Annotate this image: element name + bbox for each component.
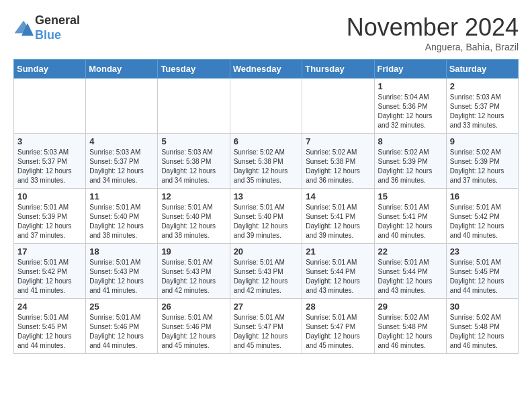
month-title: November 2024	[347, 13, 519, 42]
day-number: 12	[161, 191, 226, 201]
day-info: Sunrise: 5:01 AM Sunset: 5:46 PM Dayligh…	[161, 313, 226, 351]
calendar-cell: 5Sunrise: 5:03 AM Sunset: 5:38 PM Daylig…	[158, 134, 230, 189]
calendar-cell: 11Sunrise: 5:01 AM Sunset: 5:40 PM Dayli…	[86, 189, 158, 244]
weekday-header-row: SundayMondayTuesdayWednesdayThursdayFrid…	[14, 60, 519, 79]
day-number: 23	[450, 246, 515, 257]
calendar-cell: 3Sunrise: 5:03 AM Sunset: 5:37 PM Daylig…	[14, 134, 86, 189]
calendar-cell: 18Sunrise: 5:01 AM Sunset: 5:43 PM Dayli…	[86, 244, 158, 299]
day-info: Sunrise: 5:01 AM Sunset: 5:41 PM Dayligh…	[378, 203, 443, 240]
location: Anguera, Bahia, Brazil	[347, 42, 519, 52]
day-info: Sunrise: 5:01 AM Sunset: 5:43 PM Dayligh…	[234, 258, 299, 295]
day-number: 21	[306, 246, 370, 257]
day-number: 10	[17, 191, 82, 201]
day-number: 29	[378, 302, 443, 312]
calendar-table: SundayMondayTuesdayWednesdayThursdayFrid…	[13, 59, 519, 354]
day-number: 5	[161, 136, 226, 146]
calendar-cell: 16Sunrise: 5:01 AM Sunset: 5:42 PM Dayli…	[446, 189, 518, 244]
day-info: Sunrise: 5:01 AM Sunset: 5:45 PM Dayligh…	[17, 313, 82, 351]
day-info: Sunrise: 5:02 AM Sunset: 5:39 PM Dayligh…	[378, 148, 443, 185]
calendar-cell: 21Sunrise: 5:01 AM Sunset: 5:44 PM Dayli…	[302, 244, 374, 299]
weekday-header-monday: Monday	[86, 60, 158, 79]
calendar-cell: 19Sunrise: 5:01 AM Sunset: 5:43 PM Dayli…	[158, 244, 230, 299]
day-info: Sunrise: 5:04 AM Sunset: 5:36 PM Dayligh…	[378, 93, 443, 130]
calendar-cell: 2Sunrise: 5:03 AM Sunset: 5:37 PM Daylig…	[446, 79, 518, 134]
calendar-cell: 27Sunrise: 5:01 AM Sunset: 5:47 PM Dayli…	[230, 299, 302, 354]
calendar-cell: 14Sunrise: 5:01 AM Sunset: 5:41 PM Dayli…	[302, 189, 374, 244]
day-number: 14	[306, 191, 370, 201]
day-info: Sunrise: 5:01 AM Sunset: 5:43 PM Dayligh…	[161, 258, 226, 295]
day-number: 6	[234, 136, 299, 146]
day-number: 19	[161, 246, 226, 257]
day-number: 16	[450, 191, 515, 201]
calendar-cell	[158, 79, 230, 134]
day-info: Sunrise: 5:01 AM Sunset: 5:42 PM Dayligh…	[17, 258, 82, 295]
calendar-cell: 6Sunrise: 5:02 AM Sunset: 5:38 PM Daylig…	[230, 134, 302, 189]
logo-icon	[13, 18, 34, 38]
day-info: Sunrise: 5:01 AM Sunset: 5:40 PM Dayligh…	[89, 203, 154, 240]
day-info: Sunrise: 5:02 AM Sunset: 5:38 PM Dayligh…	[234, 148, 299, 185]
day-number: 26	[161, 302, 226, 312]
day-info: Sunrise: 5:03 AM Sunset: 5:37 PM Dayligh…	[17, 148, 82, 185]
day-number: 9	[450, 136, 515, 146]
day-info: Sunrise: 5:03 AM Sunset: 5:38 PM Dayligh…	[161, 148, 226, 185]
day-number: 15	[378, 191, 443, 201]
calendar-week-row: 24Sunrise: 5:01 AM Sunset: 5:45 PM Dayli…	[14, 299, 519, 354]
day-info: Sunrise: 5:01 AM Sunset: 5:40 PM Dayligh…	[234, 203, 299, 240]
calendar-cell: 15Sunrise: 5:01 AM Sunset: 5:41 PM Dayli…	[374, 189, 446, 244]
day-number: 7	[306, 136, 370, 146]
calendar-cell	[14, 79, 86, 134]
day-info: Sunrise: 5:01 AM Sunset: 5:39 PM Dayligh…	[17, 203, 82, 240]
calendar-cell: 25Sunrise: 5:01 AM Sunset: 5:46 PM Dayli…	[86, 299, 158, 354]
calendar-cell: 17Sunrise: 5:01 AM Sunset: 5:42 PM Dayli…	[14, 244, 86, 299]
day-info: Sunrise: 5:03 AM Sunset: 5:37 PM Dayligh…	[89, 148, 154, 185]
calendar-cell: 1Sunrise: 5:04 AM Sunset: 5:36 PM Daylig…	[374, 79, 446, 134]
calendar-cell: 12Sunrise: 5:01 AM Sunset: 5:40 PM Dayli…	[158, 189, 230, 244]
day-info: Sunrise: 5:03 AM Sunset: 5:37 PM Dayligh…	[450, 93, 515, 130]
day-info: Sunrise: 5:02 AM Sunset: 5:48 PM Dayligh…	[378, 313, 443, 351]
calendar-cell: 8Sunrise: 5:02 AM Sunset: 5:39 PM Daylig…	[374, 134, 446, 189]
logo: General Blue	[13, 13, 80, 42]
day-number: 1	[378, 81, 443, 91]
day-number: 30	[450, 302, 515, 312]
calendar-cell: 28Sunrise: 5:01 AM Sunset: 5:47 PM Dayli…	[302, 299, 374, 354]
weekday-header-sunday: Sunday	[14, 60, 86, 79]
calendar-week-row: 1Sunrise: 5:04 AM Sunset: 5:36 PM Daylig…	[14, 79, 519, 134]
calendar-cell: 13Sunrise: 5:01 AM Sunset: 5:40 PM Dayli…	[230, 189, 302, 244]
day-number: 25	[89, 302, 154, 312]
calendar-cell: 24Sunrise: 5:01 AM Sunset: 5:45 PM Dayli…	[14, 299, 86, 354]
day-info: Sunrise: 5:01 AM Sunset: 5:47 PM Dayligh…	[306, 313, 370, 351]
calendar-cell: 4Sunrise: 5:03 AM Sunset: 5:37 PM Daylig…	[86, 134, 158, 189]
weekday-header-thursday: Thursday	[302, 60, 374, 79]
day-number: 27	[234, 302, 299, 312]
weekday-header-saturday: Saturday	[446, 60, 518, 79]
day-info: Sunrise: 5:02 AM Sunset: 5:48 PM Dayligh…	[450, 313, 515, 351]
calendar-week-row: 3Sunrise: 5:03 AM Sunset: 5:37 PM Daylig…	[14, 134, 519, 189]
calendar-cell: 22Sunrise: 5:01 AM Sunset: 5:44 PM Dayli…	[374, 244, 446, 299]
calendar-cell: 23Sunrise: 5:01 AM Sunset: 5:45 PM Dayli…	[446, 244, 518, 299]
day-number: 11	[89, 191, 154, 201]
day-number: 18	[89, 246, 154, 257]
calendar-cell	[230, 79, 302, 134]
day-number: 2	[450, 81, 515, 91]
calendar-cell	[302, 79, 374, 134]
day-info: Sunrise: 5:02 AM Sunset: 5:38 PM Dayligh…	[306, 148, 370, 185]
day-info: Sunrise: 5:02 AM Sunset: 5:39 PM Dayligh…	[450, 148, 515, 185]
day-number: 13	[234, 191, 299, 201]
day-info: Sunrise: 5:01 AM Sunset: 5:46 PM Dayligh…	[89, 313, 154, 351]
day-info: Sunrise: 5:01 AM Sunset: 5:47 PM Dayligh…	[234, 313, 299, 351]
title-block: November 2024 Anguera, Bahia, Brazil	[347, 13, 519, 52]
calendar-cell: 26Sunrise: 5:01 AM Sunset: 5:46 PM Dayli…	[158, 299, 230, 354]
logo-text: General Blue	[35, 13, 80, 42]
day-number: 8	[378, 136, 443, 146]
weekday-header-friday: Friday	[374, 60, 446, 79]
calendar-cell: 9Sunrise: 5:02 AM Sunset: 5:39 PM Daylig…	[446, 134, 518, 189]
calendar-cell: 30Sunrise: 5:02 AM Sunset: 5:48 PM Dayli…	[446, 299, 518, 354]
day-number: 24	[17, 302, 82, 312]
day-info: Sunrise: 5:01 AM Sunset: 5:41 PM Dayligh…	[306, 203, 370, 240]
calendar-cell: 7Sunrise: 5:02 AM Sunset: 5:38 PM Daylig…	[302, 134, 374, 189]
day-info: Sunrise: 5:01 AM Sunset: 5:42 PM Dayligh…	[450, 203, 515, 240]
day-number: 28	[306, 302, 370, 312]
weekday-header-wednesday: Wednesday	[230, 60, 302, 79]
calendar-cell: 29Sunrise: 5:02 AM Sunset: 5:48 PM Dayli…	[374, 299, 446, 354]
day-info: Sunrise: 5:01 AM Sunset: 5:44 PM Dayligh…	[306, 258, 370, 295]
